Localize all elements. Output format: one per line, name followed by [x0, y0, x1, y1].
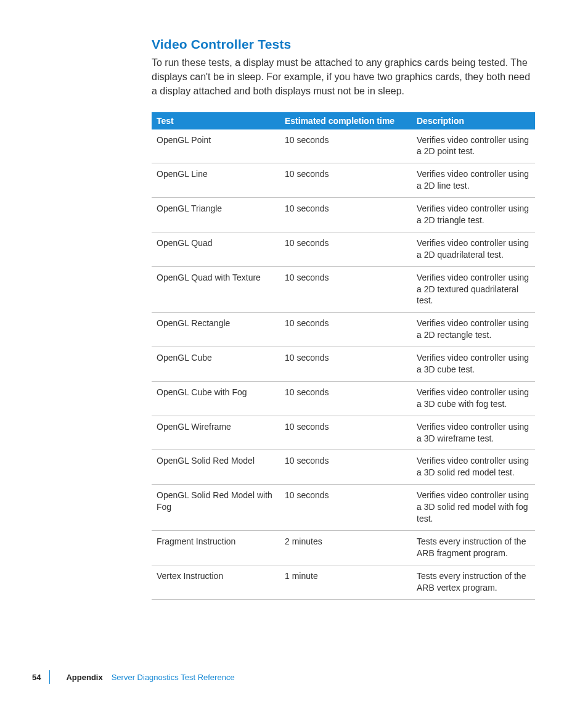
cell-test: OpenGL Quad with Texture	[152, 266, 280, 313]
cell-time: 10 seconds	[280, 347, 412, 382]
section-title: Video Controller Tests	[152, 37, 533, 52]
cell-time: 10 seconds	[280, 485, 412, 531]
cell-time: 10 seconds	[280, 232, 412, 266]
col-header-test: Test	[152, 112, 280, 129]
cell-time: 10 seconds	[280, 129, 412, 163]
footer-breadcrumb: Server Diagnostics Test Reference	[112, 673, 235, 682]
cell-test: OpenGL Rectangle	[152, 313, 280, 347]
cell-time: 10 seconds	[280, 198, 412, 232]
footer-appendix: Appendix	[66, 673, 102, 682]
cell-time: 10 seconds	[280, 266, 412, 313]
cell-desc: Verifies video controller using a 2D lin…	[412, 163, 535, 198]
cell-desc: Verifies video controller using a 3D wir…	[412, 416, 535, 450]
cell-time: 10 seconds	[280, 163, 412, 198]
cell-test: OpenGL Wireframe	[152, 416, 280, 450]
cell-desc: Verifies video controller using a 3D sol…	[412, 485, 535, 531]
cell-test: OpenGL Solid Red Model	[152, 450, 280, 485]
cell-desc: Tests every instruction of the ARB fragm…	[412, 530, 535, 565]
page-footer: 54 Appendix Server Diagnostics Test Refe…	[32, 670, 235, 684]
table-row: Vertex Instruction 1 minute Tests every …	[152, 565, 535, 599]
cell-time: 10 seconds	[280, 313, 412, 347]
cell-test: Vertex Instruction	[152, 565, 280, 599]
footer-divider	[49, 670, 50, 684]
table-row: OpenGL Line 10 seconds Verifies video co…	[152, 163, 535, 198]
table-row: OpenGL Triangle 10 seconds Verifies vide…	[152, 198, 535, 232]
table-row: OpenGL Cube with Fog 10 seconds Verifies…	[152, 381, 535, 416]
col-header-desc: Description	[412, 112, 535, 129]
cell-desc: Verifies video controller using a 3D cub…	[412, 347, 535, 382]
cell-desc: Verifies video controller using a 2D tri…	[412, 198, 535, 232]
table-row: OpenGL Cube 10 seconds Verifies video co…	[152, 347, 535, 382]
cell-time: 2 minutes	[280, 530, 412, 565]
tests-table: Test Estimated completion time Descripti…	[152, 112, 535, 600]
cell-test: Fragment Instruction	[152, 530, 280, 565]
cell-desc: Verifies video controller using a 2D rec…	[412, 313, 535, 347]
table-row: OpenGL Quad with Texture 10 seconds Veri…	[152, 266, 535, 313]
cell-desc: Verifies video controller using a 2D qua…	[412, 232, 535, 266]
table-row: Fragment Instruction 2 minutes Tests eve…	[152, 530, 535, 565]
cell-time: 10 seconds	[280, 381, 412, 416]
cell-test: OpenGL Cube with Fog	[152, 381, 280, 416]
cell-test: OpenGL Triangle	[152, 198, 280, 232]
table-row: OpenGL Solid Red Model with Fog 10 secon…	[152, 485, 535, 531]
cell-test: OpenGL Cube	[152, 347, 280, 382]
cell-desc: Verifies video controller using a 2D poi…	[412, 129, 535, 163]
cell-time: 10 seconds	[280, 450, 412, 485]
cell-test: OpenGL Solid Red Model with Fog	[152, 485, 280, 531]
cell-desc: Verifies video controller using a 2D tex…	[412, 266, 535, 313]
table-row: OpenGL Point 10 seconds Verifies video c…	[152, 129, 535, 163]
cell-time: 10 seconds	[280, 416, 412, 450]
table-header-row: Test Estimated completion time Descripti…	[152, 112, 535, 129]
cell-test: OpenGL Point	[152, 129, 280, 163]
cell-desc: Tests every instruction of the ARB verte…	[412, 565, 535, 599]
page: Video Controller Tests To run these test…	[0, 0, 588, 706]
col-header-time: Estimated completion time	[280, 112, 412, 129]
page-number: 54	[32, 673, 41, 682]
table-row: OpenGL Quad 10 seconds Verifies video co…	[152, 232, 535, 266]
cell-desc: Verifies video controller using a 3D cub…	[412, 381, 535, 416]
cell-desc: Verifies video controller using a 3D sol…	[412, 450, 535, 485]
cell-test: OpenGL Quad	[152, 232, 280, 266]
table-row: OpenGL Rectangle 10 seconds Verifies vid…	[152, 313, 535, 347]
table-row: OpenGL Solid Red Model 10 seconds Verifi…	[152, 450, 535, 485]
cell-time: 1 minute	[280, 565, 412, 599]
section-intro: To run these tests, a display must be at…	[152, 55, 533, 99]
cell-test: OpenGL Line	[152, 163, 280, 198]
table-row: OpenGL Wireframe 10 seconds Verifies vid…	[152, 416, 535, 450]
